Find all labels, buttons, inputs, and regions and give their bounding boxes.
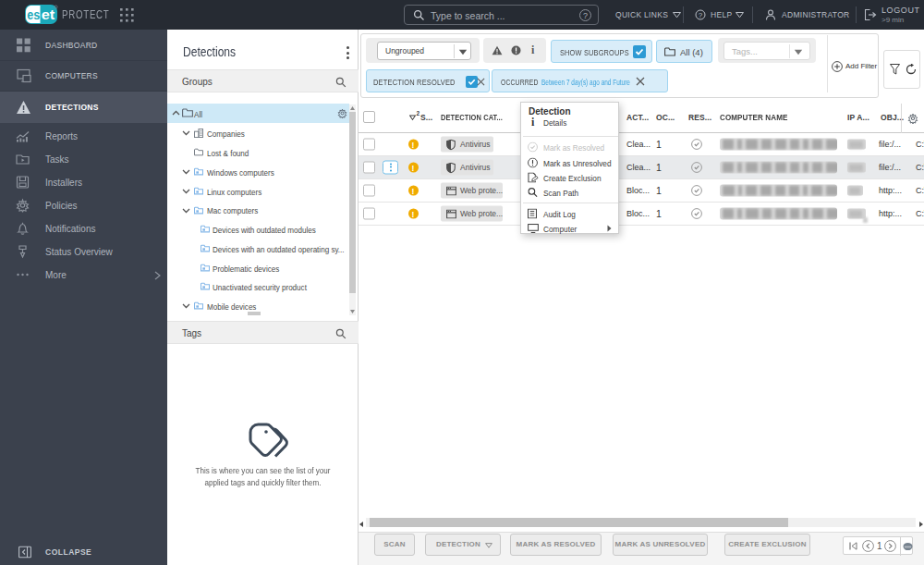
svg-text:?: ? [699,11,703,19]
svg-text:et: et [42,7,55,22]
svg-text:es: es [27,7,40,22]
